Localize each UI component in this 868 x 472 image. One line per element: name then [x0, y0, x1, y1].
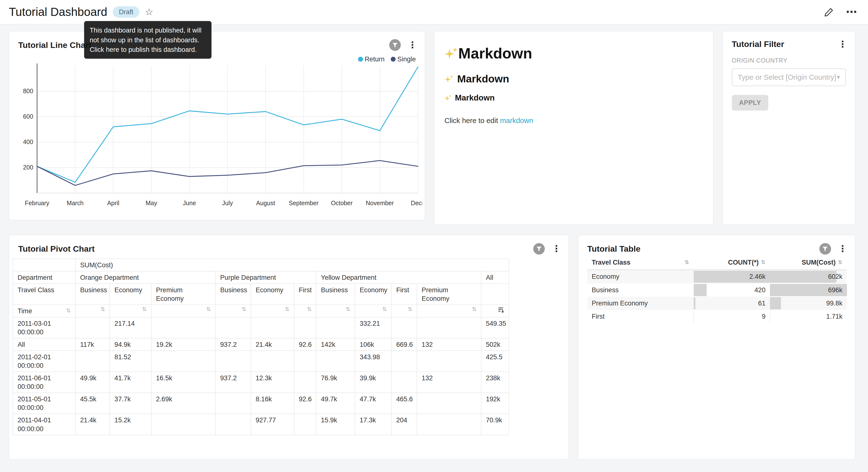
dashboard-header: Tutorial Dashboard Draft ☆ ⋯ [0, 0, 868, 25]
apply-button[interactable]: APPLY [732, 95, 768, 111]
pivot-cell: 47.7k [355, 393, 392, 414]
pivot-cell: 49.7k [316, 393, 355, 414]
sort-desc-icon[interactable] [498, 307, 504, 313]
markdown-edit-link[interactable]: markdown [500, 116, 533, 124]
pivot-cell: 45.5k [75, 393, 110, 414]
sort-toggle-icon[interactable]: ⇅ [346, 307, 350, 312]
pivot-all-header: All [481, 271, 509, 284]
pivot-cell: 238k [481, 372, 509, 393]
sort-toggle-icon[interactable]: ⇅ [408, 307, 412, 312]
card-tutorial-table: Tutorial Table ⋮ Travel Class⇅COUNT(*)⇅S… [578, 235, 855, 460]
pivot-row: 2011-04-01 00:00:0021.4k15.2k927.7715.9k… [13, 414, 509, 435]
card-tutorial-line-chart: Tutorial Line Chart ⋮ ReturnSingle 20040… [9, 31, 425, 220]
sort-toggle-icon[interactable]: ⇅ [242, 307, 246, 312]
table-col-header[interactable]: SUM(Cost)⇅ [770, 255, 847, 270]
pivot-col-header: Business [316, 284, 355, 305]
sort-toggle-icon[interactable]: ⇅ [142, 307, 147, 312]
pivot-col-header: First [294, 284, 316, 305]
sort-toggle-icon[interactable]: ⇅ [472, 307, 476, 312]
kebab-menu-icon[interactable]: ⋮ [838, 244, 847, 253]
table-cell-count: 420 [694, 284, 770, 297]
table-cell-count: 2.46k [694, 270, 770, 283]
cell-value: 602k [774, 270, 842, 283]
svg-text:March: March [67, 200, 84, 207]
markdown-h2-text: Markdown [457, 73, 509, 85]
card-tutorial-filter: Tutorial Filter ⋮ ORIGIN COUNTRY Type or… [722, 31, 855, 225]
table-row: Business420696k [587, 284, 847, 297]
pivot-cell: 192k [481, 393, 509, 414]
edit-pencil-icon[interactable] [824, 7, 834, 17]
pivot-cell: 142k [316, 338, 355, 351]
cell-value: 420 [698, 284, 766, 297]
pivot-cell [417, 317, 481, 338]
table-col-header[interactable]: Travel Class⇅ [587, 255, 694, 270]
pivot-cell: 39.9k [355, 372, 392, 393]
cross-filter-icon[interactable] [819, 243, 831, 255]
sort-toggle-icon[interactable]: ⇅ [66, 308, 71, 314]
kebab-menu-icon[interactable]: ⋮ [552, 244, 561, 253]
pivot-cell: 21.4k [75, 414, 110, 435]
sort-toggle-icon[interactable]: ⇅ [382, 307, 387, 312]
pivot-cell [316, 317, 355, 338]
pivot-row-label: 2011-03-01 00:00:00 [13, 317, 75, 338]
pivot-cell: 217.14 [110, 317, 151, 338]
card-title: Tutorial Pivot Chart [18, 244, 95, 254]
svg-text:April: April [107, 200, 119, 207]
pivot-cell [75, 317, 110, 338]
sort-toggle-icon[interactable]: ⇅ [307, 307, 311, 312]
pivot-cell: 425.5 [481, 351, 509, 372]
pivot-cell [251, 351, 294, 372]
pivot-cell: 37.7k [110, 393, 151, 414]
kebab-menu-icon[interactable]: ⋮ [408, 40, 417, 50]
pivot-cell: 332.21 [355, 317, 392, 338]
pivot-cell [215, 414, 251, 435]
pivot-col-header: Economy [355, 284, 392, 305]
sort-toggle-icon[interactable]: ⇅ [100, 307, 105, 312]
dashboard-page: Tutorial Dashboard Draft ☆ ⋯ This dashbo… [0, 0, 868, 472]
pivot-cell [151, 317, 216, 338]
origin-country-select[interactable]: Type or Select [Origin Country] ▾ [732, 68, 846, 86]
cross-filter-icon[interactable] [533, 243, 545, 255]
sort-toggle-icon: ⇅ [838, 260, 843, 265]
sort-toggle-icon[interactable]: ⇅ [285, 307, 289, 312]
card-title: Tutorial Line Chart [18, 40, 91, 50]
svg-text:200: 200 [23, 164, 33, 171]
pivot-cell: 937.2 [215, 338, 251, 351]
markdown-h1-text: Markdown [458, 45, 532, 62]
pivot-cell [215, 317, 251, 338]
publish-tooltip-text: This dashboard is not published, it will… [90, 26, 202, 53]
pivot-cell: 81.52 [110, 351, 151, 372]
pivot-col-header: Business [215, 284, 251, 305]
sort-toggle-icon[interactable]: ⇅ [206, 307, 211, 312]
pivot-cell: 70.9k [481, 414, 509, 435]
table-row: Premium Economy6199.8k [587, 297, 847, 310]
table-cell-sum: 696k [770, 284, 847, 297]
kebab-menu-icon[interactable]: ⋮ [838, 40, 847, 49]
cell-value: 99.8k [774, 297, 842, 310]
table-cell-travel-class: Economy [587, 270, 694, 283]
more-actions-icon[interactable]: ⋯ [846, 8, 857, 15]
table-cell-sum: 1.71k [770, 310, 847, 323]
cross-filter-icon[interactable] [389, 39, 401, 51]
svg-text:800: 800 [23, 88, 33, 94]
sparkles-icon [444, 47, 458, 60]
cell-value: 696k [774, 284, 842, 297]
pivot-col-header: Economy [110, 284, 151, 305]
table-col-header[interactable]: COUNT(*)⇅ [694, 255, 770, 270]
cell-value: 1.71k [774, 310, 842, 323]
pivot-cell [294, 372, 316, 393]
favorite-star-icon[interactable]: ☆ [145, 7, 154, 17]
pivot-cell: 669.6 [392, 338, 417, 351]
table-col-label: SUM(Cost) [802, 259, 836, 266]
pivot-row-label: 2011-06-01 00:00:00 [13, 372, 75, 393]
svg-text:400: 400 [23, 139, 33, 145]
pivot-row-label: 2011-02-01 00:00:00 [13, 351, 75, 372]
draft-badge[interactable]: Draft [113, 6, 140, 18]
pivot-row-label: All [13, 338, 75, 351]
pivot-table-area: SUM(Cost)DepartmentOrange DepartmentPurp… [13, 259, 509, 435]
pivot-cell: 2.69k [151, 393, 216, 414]
pivot-cell: 132 [417, 338, 481, 351]
table-cell-sum: 602k [770, 270, 847, 283]
pivot-cell: 8.16k [251, 393, 294, 414]
pivot-cell: 21.4k [251, 338, 294, 351]
